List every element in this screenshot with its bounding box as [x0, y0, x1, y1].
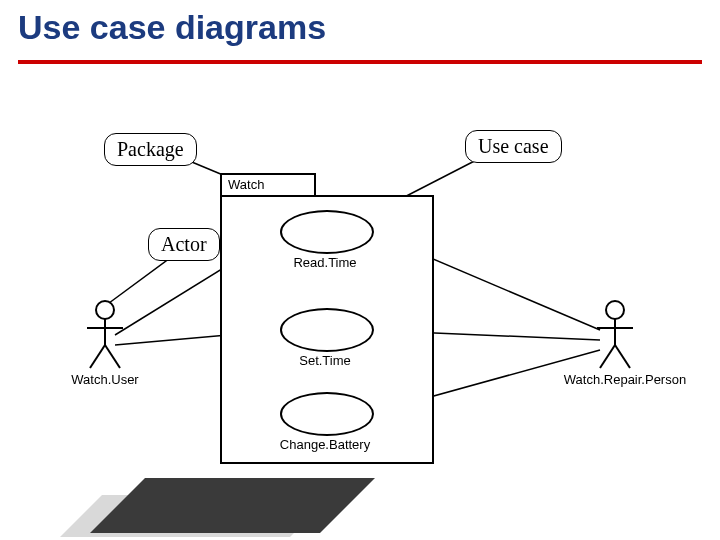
- svg-point-8: [96, 301, 114, 319]
- actor-left-label: Watch.User: [60, 372, 150, 387]
- svg-line-16: [600, 345, 615, 368]
- actor-left-icon: [85, 300, 125, 370]
- usecase-readtime-label: Read.Time: [280, 255, 370, 270]
- usecase-changebattery: [280, 392, 374, 436]
- usecase-settime: [280, 308, 374, 352]
- svg-point-13: [606, 301, 624, 319]
- usecase-settime-label: Set.Time: [280, 353, 370, 368]
- callout-usecase: Use case: [465, 130, 562, 163]
- actor-right-icon: [595, 300, 635, 370]
- usecase-changebattery-label: Change.Battery: [270, 437, 380, 452]
- callout-actor: Actor: [148, 228, 220, 261]
- svg-line-17: [615, 345, 630, 368]
- svg-line-11: [90, 345, 105, 368]
- svg-line-12: [105, 345, 120, 368]
- callout-package: Package: [104, 133, 197, 166]
- actor-right-label: Watch.Repair.Person: [555, 372, 695, 387]
- usecase-readtime: [280, 210, 374, 254]
- slide-root: Use case diagrams Watch Read.Time Set.Ti…: [0, 0, 720, 540]
